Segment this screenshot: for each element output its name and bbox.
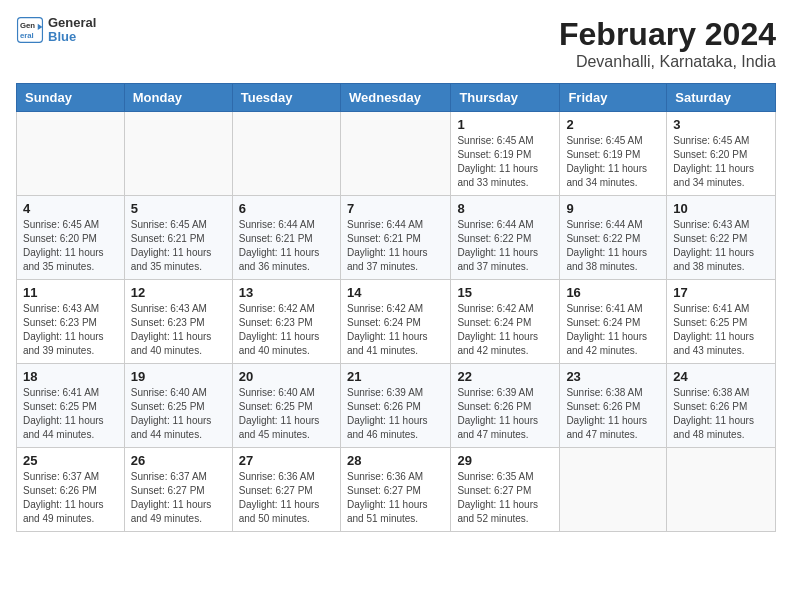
day-info: Sunrise: 6:35 AM Sunset: 6:27 PM Dayligh… (457, 470, 553, 526)
day-header-sunday: Sunday (17, 84, 125, 112)
day-info: Sunrise: 6:44 AM Sunset: 6:22 PM Dayligh… (566, 218, 660, 274)
day-info: Sunrise: 6:44 AM Sunset: 6:21 PM Dayligh… (347, 218, 444, 274)
calendar-cell: 25Sunrise: 6:37 AM Sunset: 6:26 PM Dayli… (17, 448, 125, 532)
day-number: 26 (131, 453, 226, 468)
calendar-cell: 16Sunrise: 6:41 AM Sunset: 6:24 PM Dayli… (560, 280, 667, 364)
logo: Gen eral General Blue (16, 16, 96, 45)
calendar-cell: 20Sunrise: 6:40 AM Sunset: 6:25 PM Dayli… (232, 364, 340, 448)
day-header-wednesday: Wednesday (340, 84, 450, 112)
calendar-week-row: 25Sunrise: 6:37 AM Sunset: 6:26 PM Dayli… (17, 448, 776, 532)
calendar-cell: 12Sunrise: 6:43 AM Sunset: 6:23 PM Dayli… (124, 280, 232, 364)
day-number: 29 (457, 453, 553, 468)
calendar-week-row: 4Sunrise: 6:45 AM Sunset: 6:20 PM Daylig… (17, 196, 776, 280)
calendar-cell: 18Sunrise: 6:41 AM Sunset: 6:25 PM Dayli… (17, 364, 125, 448)
day-number: 5 (131, 201, 226, 216)
calendar-cell: 29Sunrise: 6:35 AM Sunset: 6:27 PM Dayli… (451, 448, 560, 532)
day-info: Sunrise: 6:40 AM Sunset: 6:25 PM Dayligh… (239, 386, 334, 442)
calendar-week-row: 18Sunrise: 6:41 AM Sunset: 6:25 PM Dayli… (17, 364, 776, 448)
calendar-cell: 11Sunrise: 6:43 AM Sunset: 6:23 PM Dayli… (17, 280, 125, 364)
day-number: 19 (131, 369, 226, 384)
day-number: 12 (131, 285, 226, 300)
calendar-subtitle: Devanhalli, Karnataka, India (559, 53, 776, 71)
day-number: 21 (347, 369, 444, 384)
day-info: Sunrise: 6:39 AM Sunset: 6:26 PM Dayligh… (347, 386, 444, 442)
calendar-cell: 6Sunrise: 6:44 AM Sunset: 6:21 PM Daylig… (232, 196, 340, 280)
day-info: Sunrise: 6:38 AM Sunset: 6:26 PM Dayligh… (673, 386, 769, 442)
day-info: Sunrise: 6:43 AM Sunset: 6:23 PM Dayligh… (131, 302, 226, 358)
svg-text:eral: eral (20, 31, 34, 40)
day-number: 18 (23, 369, 118, 384)
calendar-cell: 27Sunrise: 6:36 AM Sunset: 6:27 PM Dayli… (232, 448, 340, 532)
day-info: Sunrise: 6:44 AM Sunset: 6:22 PM Dayligh… (457, 218, 553, 274)
calendar-cell: 2Sunrise: 6:45 AM Sunset: 6:19 PM Daylig… (560, 112, 667, 196)
calendar-cell: 8Sunrise: 6:44 AM Sunset: 6:22 PM Daylig… (451, 196, 560, 280)
day-header-thursday: Thursday (451, 84, 560, 112)
calendar-cell: 24Sunrise: 6:38 AM Sunset: 6:26 PM Dayli… (667, 364, 776, 448)
day-info: Sunrise: 6:43 AM Sunset: 6:22 PM Dayligh… (673, 218, 769, 274)
logo-icon: Gen eral (16, 16, 44, 44)
day-header-saturday: Saturday (667, 84, 776, 112)
day-info: Sunrise: 6:41 AM Sunset: 6:24 PM Dayligh… (566, 302, 660, 358)
day-number: 2 (566, 117, 660, 132)
day-number: 20 (239, 369, 334, 384)
calendar-cell: 5Sunrise: 6:45 AM Sunset: 6:21 PM Daylig… (124, 196, 232, 280)
day-number: 25 (23, 453, 118, 468)
calendar-cell (17, 112, 125, 196)
calendar-cell: 28Sunrise: 6:36 AM Sunset: 6:27 PM Dayli… (340, 448, 450, 532)
calendar-cell: 15Sunrise: 6:42 AM Sunset: 6:24 PM Dayli… (451, 280, 560, 364)
day-number: 27 (239, 453, 334, 468)
day-number: 8 (457, 201, 553, 216)
calendar-week-row: 11Sunrise: 6:43 AM Sunset: 6:23 PM Dayli… (17, 280, 776, 364)
day-info: Sunrise: 6:45 AM Sunset: 6:20 PM Dayligh… (673, 134, 769, 190)
day-info: Sunrise: 6:43 AM Sunset: 6:23 PM Dayligh… (23, 302, 118, 358)
svg-text:Gen: Gen (20, 22, 35, 31)
day-number: 6 (239, 201, 334, 216)
calendar-cell: 13Sunrise: 6:42 AM Sunset: 6:23 PM Dayli… (232, 280, 340, 364)
day-info: Sunrise: 6:45 AM Sunset: 6:19 PM Dayligh… (457, 134, 553, 190)
day-number: 14 (347, 285, 444, 300)
day-info: Sunrise: 6:37 AM Sunset: 6:27 PM Dayligh… (131, 470, 226, 526)
day-header-monday: Monday (124, 84, 232, 112)
day-number: 17 (673, 285, 769, 300)
day-number: 4 (23, 201, 118, 216)
day-info: Sunrise: 6:39 AM Sunset: 6:26 PM Dayligh… (457, 386, 553, 442)
calendar-cell: 10Sunrise: 6:43 AM Sunset: 6:22 PM Dayli… (667, 196, 776, 280)
calendar-cell (124, 112, 232, 196)
page-header: Gen eral General Blue February 2024 Deva… (16, 16, 776, 71)
calendar-title: February 2024 (559, 16, 776, 53)
day-number: 13 (239, 285, 334, 300)
calendar-cell: 9Sunrise: 6:44 AM Sunset: 6:22 PM Daylig… (560, 196, 667, 280)
day-number: 11 (23, 285, 118, 300)
day-number: 1 (457, 117, 553, 132)
calendar-cell (232, 112, 340, 196)
day-number: 24 (673, 369, 769, 384)
day-info: Sunrise: 6:37 AM Sunset: 6:26 PM Dayligh… (23, 470, 118, 526)
calendar-cell: 17Sunrise: 6:41 AM Sunset: 6:25 PM Dayli… (667, 280, 776, 364)
day-number: 23 (566, 369, 660, 384)
day-info: Sunrise: 6:36 AM Sunset: 6:27 PM Dayligh… (347, 470, 444, 526)
calendar-header-row: SundayMondayTuesdayWednesdayThursdayFrid… (17, 84, 776, 112)
day-info: Sunrise: 6:36 AM Sunset: 6:27 PM Dayligh… (239, 470, 334, 526)
day-number: 7 (347, 201, 444, 216)
calendar-cell: 21Sunrise: 6:39 AM Sunset: 6:26 PM Dayli… (340, 364, 450, 448)
day-info: Sunrise: 6:40 AM Sunset: 6:25 PM Dayligh… (131, 386, 226, 442)
day-header-tuesday: Tuesday (232, 84, 340, 112)
logo-line2: Blue (48, 30, 96, 44)
calendar-cell: 3Sunrise: 6:45 AM Sunset: 6:20 PM Daylig… (667, 112, 776, 196)
calendar-cell: 19Sunrise: 6:40 AM Sunset: 6:25 PM Dayli… (124, 364, 232, 448)
logo-text: General Blue (48, 16, 96, 45)
day-number: 9 (566, 201, 660, 216)
day-info: Sunrise: 6:42 AM Sunset: 6:23 PM Dayligh… (239, 302, 334, 358)
calendar-cell (340, 112, 450, 196)
calendar-cell: 22Sunrise: 6:39 AM Sunset: 6:26 PM Dayli… (451, 364, 560, 448)
day-info: Sunrise: 6:38 AM Sunset: 6:26 PM Dayligh… (566, 386, 660, 442)
day-number: 10 (673, 201, 769, 216)
day-info: Sunrise: 6:41 AM Sunset: 6:25 PM Dayligh… (23, 386, 118, 442)
logo-line1: General (48, 16, 96, 30)
day-info: Sunrise: 6:45 AM Sunset: 6:20 PM Dayligh… (23, 218, 118, 274)
day-info: Sunrise: 6:42 AM Sunset: 6:24 PM Dayligh… (347, 302, 444, 358)
day-number: 22 (457, 369, 553, 384)
calendar-cell (667, 448, 776, 532)
day-number: 16 (566, 285, 660, 300)
calendar-cell: 7Sunrise: 6:44 AM Sunset: 6:21 PM Daylig… (340, 196, 450, 280)
